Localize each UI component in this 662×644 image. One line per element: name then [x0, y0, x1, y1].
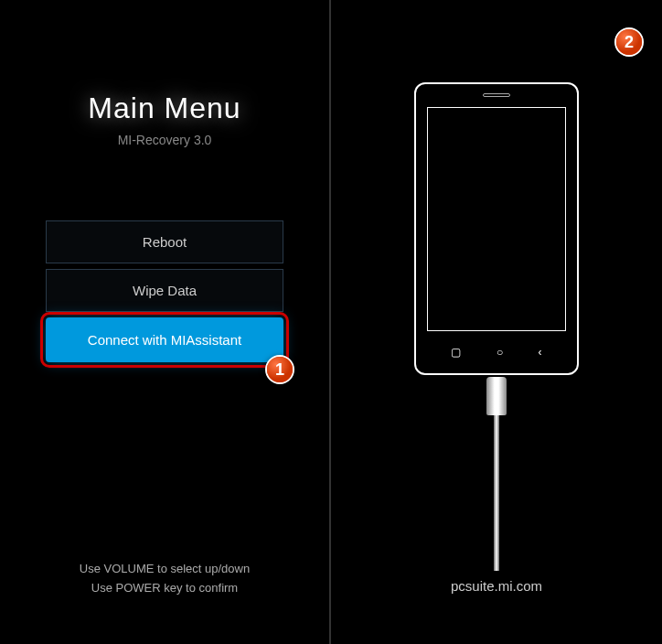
annotation-badge-1: 1 — [265, 355, 294, 384]
recent-apps-icon: ▢ — [451, 346, 461, 359]
usb-connector-icon — [486, 377, 507, 415]
url-label: pcsuite.mi.com — [331, 578, 662, 594]
footer-line-1: Use VOLUME to select up/down — [0, 560, 329, 579]
page-subtitle: MI-Recovery 3.0 — [0, 133, 329, 147]
menu-connect-miassistant[interactable]: Connect with MIAssistant — [46, 317, 283, 362]
home-icon: ○ — [496, 346, 503, 359]
annotation-badge-2: 2 — [614, 27, 644, 57]
menu-reboot[interactable]: Reboot — [46, 220, 283, 263]
connect-screen: 2 ▢ ○ ‹ pcsuite.mi.com — [331, 0, 662, 644]
phone-outline-icon: ▢ ○ ‹ — [414, 82, 579, 375]
recovery-screen: Main Menu MI-Recovery 3.0 Reboot Wipe Da… — [0, 0, 331, 644]
page-title: Main Menu — [0, 91, 329, 125]
usb-cable-icon — [494, 415, 499, 571]
phone-earpiece-icon — [483, 93, 510, 97]
footer-hints: Use VOLUME to select up/down Use POWER k… — [0, 560, 329, 598]
menu-list: Reboot Wipe Data Connect with MIAssistan… — [0, 220, 329, 362]
phone-screen-icon — [427, 107, 566, 331]
back-icon: ‹ — [539, 346, 542, 359]
footer-line-2: Use POWER key to confirm — [0, 579, 329, 598]
menu-wipe-data[interactable]: Wipe Data — [46, 269, 283, 312]
menu-connect-label: Connect with MIAssistant — [88, 332, 241, 348]
phone-nav-buttons: ▢ ○ ‹ — [416, 346, 577, 359]
